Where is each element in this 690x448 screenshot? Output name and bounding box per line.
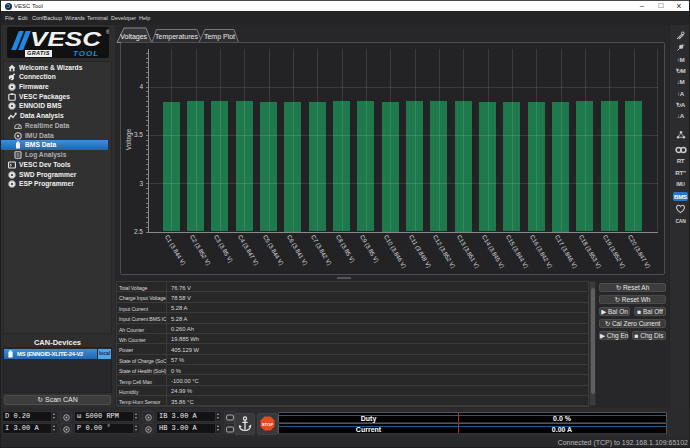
svg-text:Temp Plot: Temp Plot <box>204 33 235 41</box>
svg-text:STOP: STOP <box>261 422 273 427</box>
svg-text:Temperatures: Temperatures <box>155 33 198 41</box>
svg-text:Voltages: Voltages <box>120 33 147 41</box>
